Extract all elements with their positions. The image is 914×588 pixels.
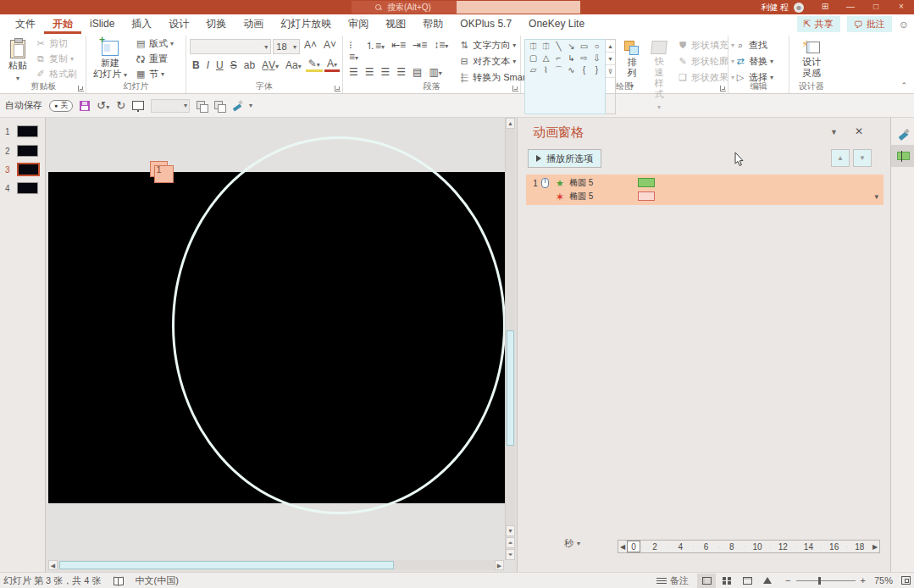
textbox-icon[interactable]: ⎅: [527, 41, 540, 53]
redo-button[interactable]: ↻: [116, 99, 125, 112]
next-slide-icon[interactable]: ⏷: [506, 549, 515, 560]
vertical-textbox-icon[interactable]: ⎅: [540, 41, 552, 53]
elbow-icon[interactable]: ⌐: [552, 53, 565, 64]
bold-button[interactable]: B: [190, 59, 202, 71]
design-tool-button[interactable]: [891, 123, 914, 145]
drawing-dialog-launcher[interactable]: [720, 86, 726, 92]
slide-thumbnail-3[interactable]: 3: [0, 163, 46, 176]
language-indicator[interactable]: 中文(中国): [136, 574, 179, 587]
scroll-right-icon[interactable]: ▶: [495, 560, 504, 570]
animation-item-entrance[interactable]: 1 ★ 椭圆 5: [526, 176, 884, 190]
arrange-button[interactable]: 排列▾: [620, 36, 644, 114]
timeline-right-icon[interactable]: ▶: [871, 543, 879, 551]
shape-gallery[interactable]: ⎅⎅╲↘▭○ ▢△⌐↳⇨⇩ ▱⌇⌒∿{}: [524, 39, 606, 114]
previous-slide-icon[interactable]: ⏶: [506, 537, 515, 548]
collapse-ribbon-icon[interactable]: ⌃: [900, 81, 907, 90]
slideshow-view-button[interactable]: [758, 574, 777, 588]
item-dropdown-icon[interactable]: ▾: [874, 192, 878, 201]
numbering-button[interactable]: ⒈≡▾: [363, 39, 387, 53]
clipboard-dialog-launcher[interactable]: [78, 86, 84, 92]
zoom-out-button[interactable]: −: [785, 575, 790, 585]
tab-animations[interactable]: 动画: [235, 14, 272, 34]
autosave-toggle[interactable]: 关: [49, 100, 73, 112]
slide-thumbnail-2[interactable]: 2: [0, 145, 46, 157]
tab-onekey-lite[interactable]: OneKey Lite: [520, 14, 593, 34]
play-selected-button[interactable]: 播放所选项: [528, 149, 601, 168]
change-case-button[interactable]: Aa▾: [283, 59, 304, 71]
rectangle-icon[interactable]: ▭: [578, 41, 590, 53]
shape-fill-button[interactable]: ⛊形状填充▾: [674, 38, 737, 53]
underline-button[interactable]: U: [213, 59, 226, 71]
tab-file[interactable]: 文件: [7, 14, 44, 34]
fit-to-window-icon[interactable]: [901, 576, 911, 585]
paragraph-dialog-launcher[interactable]: [512, 86, 518, 92]
timeline-left-icon[interactable]: ◀: [618, 543, 627, 551]
tab-transitions[interactable]: 切换: [197, 14, 235, 34]
avatar[interactable]: ☻: [794, 3, 804, 13]
tab-islide[interactable]: iSlide: [81, 14, 123, 34]
animation-painter-icon[interactable]: [232, 101, 242, 111]
tab-view[interactable]: 视图: [377, 14, 414, 34]
shape-outline-button[interactable]: ✎形状轮廓▾: [674, 54, 737, 69]
font-name-combobox[interactable]: ▾: [190, 39, 271, 54]
user-name[interactable]: 利健 程: [761, 2, 789, 14]
comments-button[interactable]: 🗩批注: [847, 16, 892, 32]
font-size-combobox[interactable]: 18▾: [273, 39, 300, 54]
decrease-indent-button[interactable]: ⇤≡: [389, 39, 408, 51]
format-painter-button[interactable]: ✐格式刷: [32, 67, 80, 81]
horizontal-scrollbar[interactable]: ◀ ▶: [48, 560, 504, 570]
maximize-button[interactable]: □: [863, 0, 889, 14]
curve-icon[interactable]: ∿: [565, 64, 578, 76]
distribute-button[interactable]: ▤: [410, 66, 424, 78]
replace-button[interactable]: ⇄替换▾: [732, 54, 785, 69]
design-ideas-button[interactable]: 设计灵感: [793, 36, 830, 80]
align-center-button[interactable]: ☰: [363, 66, 377, 78]
normal-view-button[interactable]: [697, 574, 716, 588]
reset-button[interactable]: 🗘重置: [132, 52, 176, 66]
font-dialog-launcher[interactable]: [335, 86, 341, 92]
slide-thumbnail-4[interactable]: 4: [0, 182, 46, 194]
decrease-font-size-button[interactable]: A˅: [321, 39, 339, 51]
justify-button[interactable]: ☰: [394, 66, 408, 78]
tab-design[interactable]: 设计: [160, 14, 197, 34]
start-slideshow-icon[interactable]: [132, 101, 144, 110]
paste-button[interactable]: 粘贴▾: [5, 36, 30, 86]
scroll-up-icon[interactable]: ▲: [506, 118, 515, 129]
right-brace-icon[interactable]: }: [590, 64, 603, 76]
elbow-arrow-icon[interactable]: ↳: [565, 53, 578, 64]
vertical-scrollbar[interactable]: ▲ ▼ ⏶ ⏷: [505, 118, 515, 560]
cut-button[interactable]: ✂剪切: [32, 36, 80, 51]
line-spacing-button[interactable]: ↕≡▾: [431, 39, 451, 51]
zoom-slider[interactable]: [796, 580, 856, 581]
oval-icon[interactable]: ○: [590, 41, 603, 53]
arrow-line-icon[interactable]: ↘: [565, 41, 578, 53]
font-color-button[interactable]: A▾: [324, 58, 340, 72]
qat-combobox[interactable]: ▾: [151, 99, 190, 113]
slide-sorter-view-button[interactable]: [717, 574, 736, 588]
notes-button[interactable]: 备注: [656, 574, 689, 587]
arc-icon[interactable]: ⌒: [552, 64, 565, 76]
undo-button[interactable]: ↺▾: [97, 99, 109, 112]
bullets-button[interactable]: ⁝≡▾: [346, 39, 361, 63]
parallelogram-icon[interactable]: ▱: [527, 64, 540, 76]
italic-button[interactable]: I: [204, 59, 212, 71]
zoom-in-button[interactable]: +: [861, 575, 866, 585]
pane-close-icon[interactable]: ✕: [855, 125, 863, 137]
new-slide-button[interactable]: 新建幻灯片 ▾: [90, 36, 130, 82]
layout-button[interactable]: ▤版式▾: [132, 36, 176, 51]
timeline-ruler[interactable]: ◀ 0 ·2 ·4 ·6 ·8 ·10 ·12 ·14 ·16 ·18 ▶: [618, 540, 880, 553]
zoom-level[interactable]: 75%: [874, 575, 893, 585]
align-left-button[interactable]: ☰: [346, 66, 361, 78]
feedback-smiley-icon[interactable]: ☺: [899, 19, 909, 31]
character-spacing-button[interactable]: A̲V̲▾: [259, 59, 281, 71]
left-brace-icon[interactable]: {: [578, 64, 590, 76]
send-backward-icon[interactable]: [214, 101, 225, 111]
animation-item-exit[interactable]: ✶ 椭圆 5 ▾: [526, 190, 884, 203]
copy-button[interactable]: ⧉复制▾: [32, 52, 80, 66]
tab-home[interactable]: 开始: [44, 14, 81, 34]
increase-font-size-button[interactable]: A˄: [302, 39, 319, 51]
triangle-icon[interactable]: △: [540, 53, 552, 64]
tab-review[interactable]: 审阅: [340, 14, 377, 34]
right-arrow-icon[interactable]: ⇨: [578, 53, 590, 64]
zoom-slider-thumb[interactable]: [818, 577, 821, 585]
